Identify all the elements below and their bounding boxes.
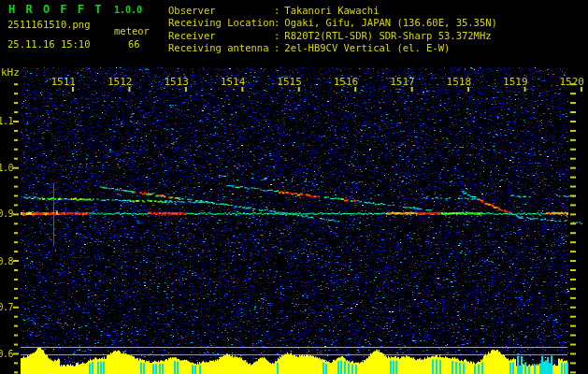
app-version: 1.0.0 [114,5,142,15]
info-row-value: R820T2(RTL-SDR) SDR-Sharp 53.372MHz [280,30,491,41]
time-label-1512: 1512 [108,76,133,88]
info-row: Receiving Location:Ogaki, Gifu, JAPAN (1… [168,17,497,29]
info-row: Receiving antenna:2el-HB9CV Vertical (el… [168,42,497,54]
time-label-1516: 1516 [334,76,359,88]
time-label-1514: 1514 [221,76,246,88]
info-row-label: Receiving Location [168,17,274,29]
output-filename: 2511161510.png [7,19,91,30]
info-row-label: Observer [168,5,274,17]
freq-label-1.0: 1.0 [0,163,13,173]
freq-label-1.1: 1.1 [0,116,13,126]
info-row-value: Ogaki, Gifu, JAPAN (136.60E, 35.35N) [280,17,497,28]
freq-label-0.6: 0.6 [0,349,13,359]
mode-label: meteor [114,25,150,36]
info-row-label: Receiving antenna [168,42,274,54]
info-row-value: 2el-HB9CV Vertical (el. E-W) [280,42,450,53]
freq-label-0.7: 0.7 [0,302,13,312]
freq-label-0.8: 0.8 [0,256,13,266]
time-label-1518: 1518 [447,76,472,88]
freq-axis-unit: kHz [1,66,20,79]
freq-label-0.9: 0.9 [0,209,13,219]
time-label-1515: 1515 [277,76,302,88]
station-info: Observer:Takanori KawachiReceiving Locat… [168,5,497,55]
hrofft-screen: H R O F F T 1.0.0 2511161510.png meteor … [0,0,588,374]
date-time: 25.11.16 15:10 [7,38,91,50]
info-row-label: Receiver [168,30,274,42]
time-label-1517: 1517 [390,76,415,88]
info-row-value: Takanori Kawachi [280,5,379,16]
time-label-1519: 1519 [503,76,528,88]
info-row: Receiver:R820T2(RTL-SDR) SDR-Sharp 53.37… [168,30,497,42]
app-title: H R O F F T [8,3,103,16]
info-row: Observer:Takanori Kawachi [168,5,497,17]
time-label-1511: 1511 [51,76,77,88]
time-label-1513: 1513 [164,76,189,88]
echo-count: 66 [128,38,140,50]
time-label-1520: 1520 [559,76,584,88]
spectrogram-canvas [0,0,588,374]
